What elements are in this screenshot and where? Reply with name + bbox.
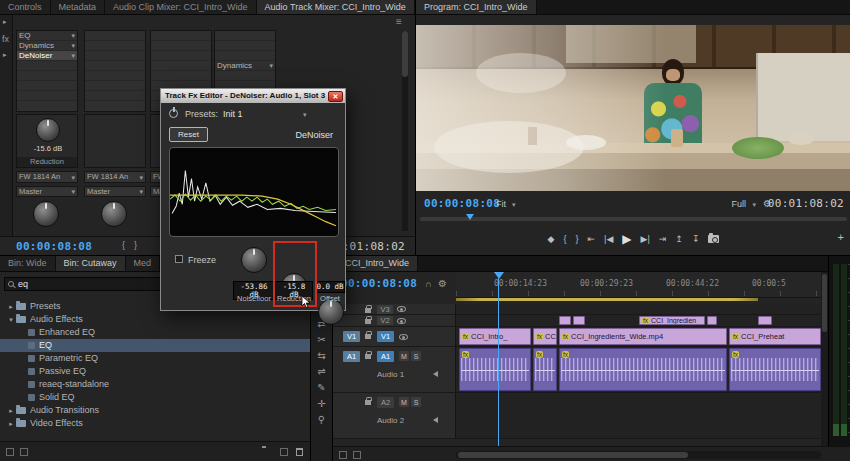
tab-bin-cutaway[interactable]: Bin: Cutaway (56, 256, 126, 271)
effect-slot-empty[interactable] (85, 31, 145, 41)
collapse-chevron-icon[interactable]: ▸ (3, 51, 7, 58)
audio-clip[interactable]: fx (729, 348, 821, 391)
video-clip[interactable]: fx CCI_Intro_ (459, 328, 531, 345)
effect-slot-empty[interactable] (151, 31, 211, 41)
tree-item-enhanced-eq[interactable]: Enhanced EQ (0, 326, 310, 339)
lock-icon[interactable] (365, 308, 371, 313)
video-clip[interactable]: fx CCI_Ingredients_Wide.mp4 (559, 328, 727, 345)
solo-button[interactable]: S (411, 351, 421, 361)
mark-in-icon[interactable]: { (563, 235, 566, 244)
timeline-hscrollbar-thumb[interactable] (458, 452, 688, 458)
effect-slot-empty[interactable] (151, 51, 211, 61)
freeze-checkbox[interactable] (175, 255, 183, 263)
effect-slot-dynamics[interactable]: Dynamics▾ (17, 41, 77, 51)
chevron-right-icon[interactable]: ▸ (6, 303, 16, 310)
tab-audio-track-mixer[interactable]: Audio Track Mixer: CCI_Intro_Wide (257, 0, 415, 14)
source-patch-a1[interactable]: A1 (343, 351, 360, 362)
trash-icon[interactable] (296, 448, 303, 456)
playhead-marker[interactable] (494, 272, 504, 279)
mute-button[interactable]: M (399, 397, 409, 407)
lock-icon[interactable] (365, 319, 371, 324)
tree-item-video-effects[interactable]: ▸Video Effects (0, 417, 310, 430)
source-patch-v1[interactable]: V1 (343, 331, 360, 342)
pan-knob[interactable] (33, 201, 59, 227)
effect-slot-empty[interactable] (17, 91, 77, 101)
video-clip[interactable] (707, 316, 717, 325)
effect-slot-empty[interactable] (85, 81, 145, 91)
effect-slot-empty[interactable] (17, 61, 77, 71)
go-to-in-icon[interactable]: ⇤ (588, 235, 596, 244)
snap-icon[interactable]: ∩ (425, 280, 431, 289)
lock-icon[interactable] (365, 400, 371, 405)
audio-clip[interactable]: fx (459, 348, 531, 391)
effect-slot-empty[interactable] (17, 71, 77, 81)
effect-slot-denoiser[interactable]: DeNoiser▾ (17, 51, 77, 61)
go-to-out-icon[interactable]: ⇥ (659, 235, 667, 244)
effect-slot-eq[interactable]: EQ▾ (17, 31, 77, 41)
effect-slot-empty[interactable] (215, 41, 275, 51)
list-view-icon[interactable] (6, 448, 14, 456)
pan-knob[interactable] (101, 201, 127, 227)
tab-metadata[interactable]: Metadata (51, 0, 106, 14)
effect-slot-empty[interactable] (151, 41, 211, 51)
extract-icon[interactable]: ↧ (692, 235, 700, 244)
dialog-titlebar[interactable]: Track Fx Editor - DeNoiser: Audio 1, Slo… (161, 89, 345, 103)
tree-item-parametric-eq[interactable]: Parametric EQ (0, 352, 310, 365)
output-bus-select[interactable]: Master▾ (84, 186, 146, 197)
audio-clip[interactable]: fx (533, 348, 557, 391)
tree-item-audio-transitions[interactable]: ▸Audio Transitions (0, 404, 310, 417)
chevron-right-icon[interactable]: ▸ (6, 420, 16, 427)
track-visibility-eye-icon[interactable] (397, 306, 406, 312)
track-lane-v1[interactable]: fx CCI_Intro_ fx CCI_I fx CCI_Ingredient… (456, 327, 821, 347)
mark-in-icon[interactable]: { (122, 241, 125, 250)
effect-slot-empty[interactable] (85, 51, 145, 61)
program-video-frame[interactable] (416, 25, 850, 191)
tab-controls[interactable]: Controls (0, 0, 51, 14)
track-lane-v2[interactable]: fx CCI_Ingredien (456, 315, 821, 327)
effect-slot-empty[interactable] (17, 81, 77, 91)
effect-slot-empty[interactable] (215, 71, 275, 81)
effect-slot-empty[interactable] (85, 61, 145, 71)
work-area-bar[interactable] (456, 298, 758, 301)
lock-icon[interactable] (365, 354, 371, 359)
step-back-icon[interactable]: |◀ (604, 235, 613, 244)
program-current-timecode[interactable]: 00:00:08:08 (424, 198, 500, 209)
track-target-a2[interactable]: A2 (377, 397, 394, 408)
playhead-line[interactable] (498, 278, 499, 446)
razor-tool-icon[interactable]: ✂ (311, 332, 332, 347)
new-item-icon[interactable] (280, 448, 288, 456)
tree-item-solid-eq[interactable]: Solid EQ (0, 391, 310, 404)
preset-value[interactable]: Init 1 (223, 110, 243, 119)
add-marker-icon[interactable]: ◆ (548, 235, 555, 244)
lock-icon[interactable] (365, 334, 371, 339)
tree-item-passive-eq[interactable]: Passive EQ (0, 365, 310, 378)
zoom-fit-select[interactable]: Fit (496, 200, 506, 209)
track-lane-a2[interactable] (456, 393, 821, 439)
close-button[interactable]: ✕ (328, 91, 343, 102)
playback-resolution-select[interactable]: Full (731, 200, 746, 209)
track-name-audio1[interactable]: Audio 1 (377, 371, 404, 379)
timeline-hscrollbar[interactable] (456, 451, 821, 459)
track-target-v1[interactable]: V1 (377, 331, 394, 342)
video-clip[interactable]: fx CCI_Preheat (729, 328, 821, 345)
step-forward-icon[interactable]: ▶| (641, 235, 650, 244)
chevron-down-icon[interactable]: ▾ (512, 201, 516, 208)
program-scrub-bar[interactable] (420, 217, 847, 221)
slip-tool-icon[interactable]: ⇆ (311, 348, 332, 363)
timeline-option-icon[interactable] (339, 451, 347, 459)
collapse-chevron-icon[interactable]: ▸ (3, 18, 7, 25)
tab-audio-clip-mixer[interactable]: Audio Clip Mixer: CCI_Intro_Wide (105, 0, 257, 14)
program-playhead[interactable] (466, 214, 474, 220)
tab-bin-wide[interactable]: Bin: Wide (0, 256, 56, 271)
effect-slot-empty[interactable] (85, 41, 145, 51)
export-frame-icon[interactable] (708, 235, 719, 243)
timeline-ruler[interactable]: 00:00:14:23 00:00:29:23 00:00:44:22 00:0… (456, 272, 821, 298)
tab-program-monitor[interactable]: Program: CCI_Intro_Wide (416, 0, 537, 14)
timeline-option-icon[interactable] (353, 451, 361, 459)
track-target-v3[interactable]: V3 (377, 305, 393, 314)
solo-button[interactable]: S (411, 397, 421, 407)
tree-item-eq-selected[interactable]: EQ (0, 339, 310, 352)
slide-tool-icon[interactable]: ⇌ (311, 364, 332, 379)
icon-view-icon[interactable] (20, 448, 28, 456)
track-visibility-eye-icon[interactable] (397, 318, 406, 324)
